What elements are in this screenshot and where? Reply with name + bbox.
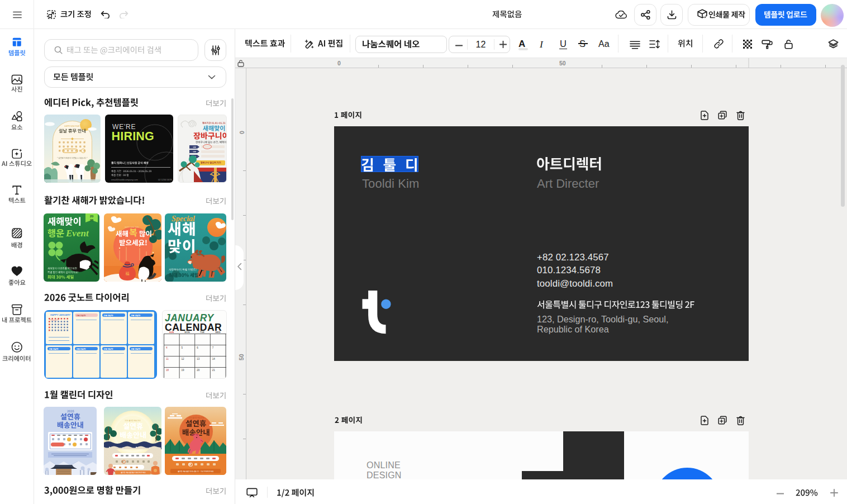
svg-text:20: 20 [90, 215, 94, 218]
svg-text:26: 26 [90, 218, 94, 222]
svg-text:福: 福 [126, 272, 130, 276]
